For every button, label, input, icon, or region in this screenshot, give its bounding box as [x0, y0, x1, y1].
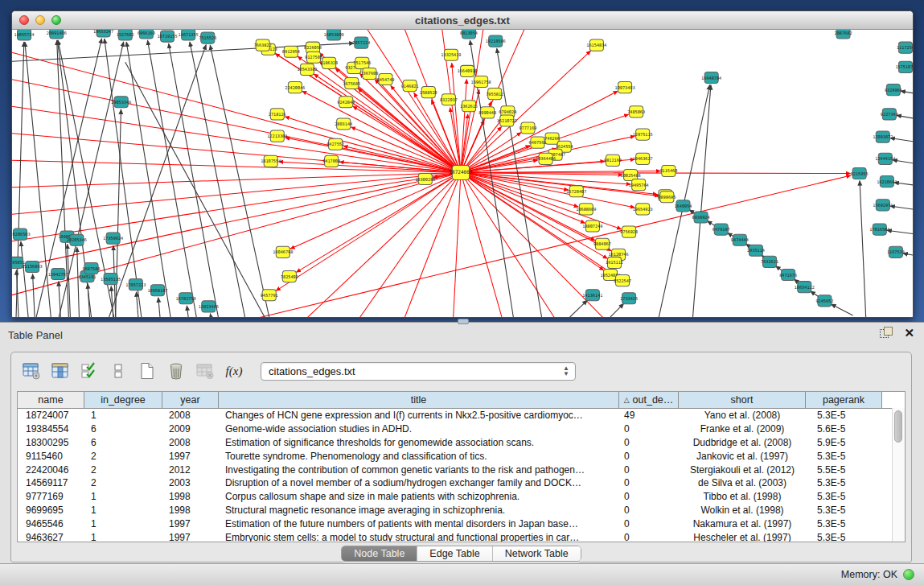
network-node[interactable]: 10973493	[615, 82, 635, 93]
network-node[interactable]: 1527602	[117, 30, 134, 40]
network-node[interactable]: 9697588	[83, 262, 101, 274]
table-row[interactable]: 977716911998Corpus callosum shape and si…	[18, 490, 905, 504]
network-node[interactable]: 13325419	[441, 49, 461, 60]
tab-network-table[interactable]: Network Table	[493, 546, 581, 561]
network-node[interactable]: 1733426	[620, 293, 638, 304]
network-node[interactable]: 10958187	[147, 285, 167, 296]
network-node[interactable]: 9777169	[519, 122, 536, 134]
network-node[interactable]: 12942757	[48, 268, 68, 279]
minimize-window-button[interactable]	[35, 15, 45, 25]
network-node[interactable]: 7825402	[281, 271, 298, 282]
network-node[interactable]: 7517546	[353, 57, 371, 68]
network-node[interactable]: 16648784	[701, 72, 721, 83]
table-row[interactable]: 911546021997Tourette syndrome. Phenomeno…	[18, 449, 905, 463]
network-node[interactable]: 7955812	[486, 89, 503, 100]
network-node[interactable]: 10688609	[576, 204, 596, 215]
trash-button[interactable]	[164, 359, 188, 383]
network-node[interactable]: 9245652	[815, 295, 833, 307]
network-node[interactable]: 17957223	[125, 279, 146, 290]
network-node[interactable]: 6479197	[713, 224, 730, 235]
network-node[interactable]: 18724007	[449, 165, 472, 179]
row-checks-button[interactable]	[77, 359, 101, 383]
network-node[interactable]: 8990448	[478, 107, 496, 118]
function-builder-button[interactable]: f(x)	[222, 359, 246, 383]
network-node[interactable]: 9884067	[593, 238, 611, 249]
network-node[interactable]: 19463627	[633, 153, 653, 164]
column-header-title[interactable]: title	[219, 392, 619, 408]
network-node[interactable]: 8471676	[779, 270, 797, 281]
network-node[interactable]: 8813054	[460, 30, 478, 39]
network-node[interactable]: 1615112	[606, 257, 623, 268]
network-node[interactable]: 7515526	[199, 32, 216, 43]
table-scrollbar[interactable]	[892, 408, 905, 542]
network-node[interactable]: 7632621	[761, 256, 778, 267]
network-canvas[interactable]: 1405572420891406106532471527602696616010…	[12, 30, 913, 317]
float-panel-icon[interactable]	[880, 327, 893, 340]
network-node[interactable]: 20205346	[67, 234, 87, 245]
tab-edge-table[interactable]: Edge Table	[417, 546, 492, 561]
network-node[interactable]: 16961758	[471, 76, 491, 87]
zoom-window-button[interactable]	[51, 15, 61, 25]
network-node[interactable]: 15720407	[566, 186, 586, 197]
network-node[interactable]: 7663822	[254, 39, 272, 51]
table-row[interactable]: 1938455462009Genome-wide association stu…	[18, 422, 905, 436]
network-node[interactable]: 19495764	[629, 179, 649, 191]
network-node[interactable]: 12923446	[199, 301, 219, 312]
network-node[interactable]: 17359924	[103, 233, 123, 244]
network-node[interactable]: 2803144	[335, 118, 352, 130]
network-node[interactable]: 20891406	[47, 30, 67, 39]
column-header-out_de[interactable]: △out_de…	[619, 392, 679, 408]
network-node[interactable]: 7857224	[352, 37, 370, 48]
network-node[interactable]: 19218586	[486, 35, 506, 47]
network-node[interactable]: 8938924	[692, 212, 710, 223]
network-node[interactable]: 9329966	[885, 84, 902, 96]
network-node[interactable]: 2522547	[614, 275, 631, 286]
network-node[interactable]: 9812160	[604, 154, 622, 166]
network-node[interactable]: 12093872	[873, 131, 893, 142]
network-node[interactable]: 1362615	[460, 101, 478, 112]
rows-button[interactable]	[106, 359, 130, 383]
network-node[interactable]: 14055724	[14, 30, 35, 40]
network-node[interactable]: 2718126	[269, 109, 286, 120]
network-node[interactable]: 16210643	[877, 176, 897, 187]
network-node[interactable]: 10543382	[297, 64, 317, 75]
network-node[interactable]: 14136141	[582, 290, 602, 301]
network-node[interactable]: 9756928	[620, 226, 638, 237]
network-node[interactable]: 15751074	[895, 61, 913, 72]
network-node[interactable]: 14671355	[179, 30, 199, 40]
network-node[interactable]: 3675685	[343, 78, 360, 89]
network-node[interactable]: 19654923	[633, 204, 653, 215]
network-node[interactable]: 9899695	[658, 192, 676, 203]
network-node[interactable]: 13505135	[101, 274, 121, 285]
network-node[interactable]: 16640910	[457, 65, 477, 76]
table-row[interactable]: 946554611997Estimation of the future num…	[18, 517, 905, 530]
network-node[interactable]: 2367608	[360, 68, 378, 79]
network-node[interactable]: 1640954	[674, 200, 692, 212]
table-row[interactable]: 1456911722003Disruption of a novel membe…	[18, 476, 905, 490]
memory-status-icon[interactable]	[903, 569, 914, 580]
network-node[interactable]: 9146821	[401, 80, 419, 92]
table-settings-button[interactable]	[19, 359, 43, 383]
network-node[interactable]: 8427552	[326, 138, 344, 150]
network-node[interactable]: 6966160	[138, 30, 155, 39]
network-node[interactable]: 18807249	[582, 220, 602, 232]
network-node[interactable]: 9417008	[322, 155, 340, 167]
network-node[interactable]: 10653247	[93, 30, 113, 37]
network-node[interactable]: 16782759	[176, 293, 196, 304]
network-node[interactable]: 22420046	[285, 82, 305, 93]
network-node[interactable]: 2935114	[747, 245, 765, 256]
network-node[interactable]: 12213383	[267, 130, 287, 142]
table-row[interactable]: 946362711997Embryonic stem cells: a mode…	[18, 530, 905, 542]
network-node[interactable]: 17016504	[869, 224, 889, 235]
column-header-year[interactable]: year	[162, 392, 219, 408]
network-node[interactable]: 11156863	[23, 261, 43, 272]
network-node[interactable]: 15692971	[873, 200, 893, 211]
network-node[interactable]: 8454749	[377, 73, 395, 84]
network-node[interactable]: 16154834	[586, 39, 606, 51]
table-dropdown[interactable]: citations_edges.txt ▲▼	[261, 362, 576, 381]
network-node[interactable]: 9242844	[337, 97, 355, 108]
column-header-short[interactable]: short	[679, 392, 806, 408]
network-node[interactable]: 18107554	[261, 155, 281, 167]
table-row[interactable]: 969969511998Structural magnetic resonanc…	[18, 504, 905, 517]
network-node[interactable]: 8215955	[851, 167, 869, 179]
